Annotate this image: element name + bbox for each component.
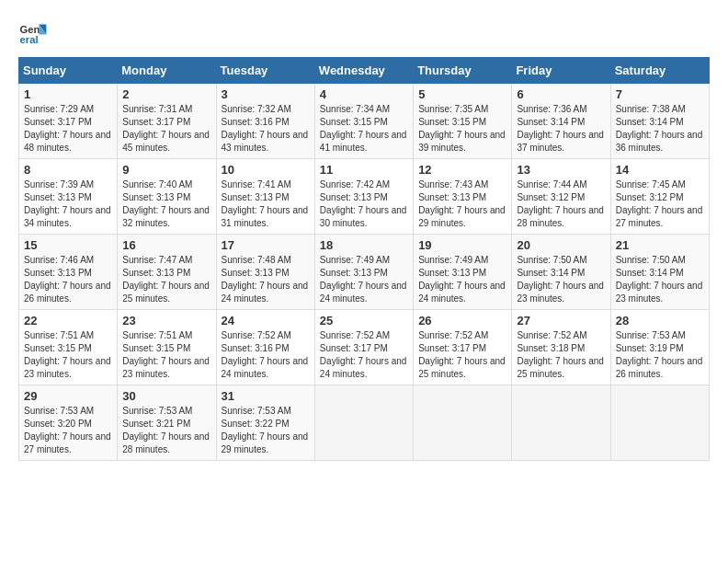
calendar-cell: 14 Sunrise: 7:45 AM Sunset: 3:12 PM Dayl… [610,159,709,235]
daylight: Daylight: 7 hours and 41 minutes. [320,129,408,155]
sunrise: Sunrise: 7:39 AM [24,178,112,191]
calendar-cell: 28 Sunrise: 7:53 AM Sunset: 3:19 PM Dayl… [610,310,709,385]
sunset: Sunset: 3:16 PM [222,116,310,129]
calendar-cell: 12 Sunrise: 7:43 AM Sunset: 3:13 PM Dayl… [414,159,512,235]
daylight: Daylight: 7 hours and 23 minutes. [24,355,112,381]
week-row-3: 15 Sunrise: 7:46 AM Sunset: 3:13 PM Dayl… [19,235,710,310]
sunset: Sunset: 3:17 PM [320,342,408,355]
day-info: Sunrise: 7:43 AM Sunset: 3:13 PM Dayligh… [418,178,506,230]
daylight: Daylight: 7 hours and 24 minutes. [320,280,408,305]
sunset: Sunset: 3:13 PM [418,267,506,280]
daylight: Daylight: 7 hours and 23 minutes. [517,280,605,305]
calendar-cell: 26 Sunrise: 7:52 AM Sunset: 3:17 PM Dayl… [414,310,512,385]
daylight: Daylight: 7 hours and 34 minutes. [24,204,112,230]
calendar-cell [512,385,610,461]
daylight: Daylight: 7 hours and 25 minutes. [418,355,506,381]
header-tuesday: Tuesday [216,58,314,84]
calendar-cell: 18 Sunrise: 7:49 AM Sunset: 3:13 PM Dayl… [314,235,413,310]
day-info: Sunrise: 7:49 AM Sunset: 3:13 PM Dayligh… [320,254,408,305]
day-info: Sunrise: 7:38 AM Sunset: 3:14 PM Dayligh… [616,103,704,155]
logo-icon: Gen eral [18,18,48,48]
calendar-cell: 25 Sunrise: 7:52 AM Sunset: 3:17 PM Dayl… [314,310,413,385]
daylight: Daylight: 7 hours and 23 minutes. [122,355,210,381]
sunset: Sunset: 3:13 PM [122,191,210,204]
day-info: Sunrise: 7:51 AM Sunset: 3:15 PM Dayligh… [122,329,210,381]
day-number: 24 [222,314,310,327]
day-number: 17 [222,238,310,252]
sunrise: Sunrise: 7:52 AM [418,329,506,342]
daylight: Daylight: 7 hours and 48 minutes. [24,129,112,155]
day-info: Sunrise: 7:48 AM Sunset: 3:13 PM Dayligh… [222,254,310,305]
calendar-table: SundayMondayTuesdayWednesdayThursdayFrid… [18,57,710,461]
sunrise: Sunrise: 7:36 AM [517,103,605,116]
sunset: Sunset: 3:15 PM [24,342,112,355]
calendar-cell: 27 Sunrise: 7:52 AM Sunset: 3:18 PM Dayl… [512,310,610,385]
calendar-cell: 16 Sunrise: 7:47 AM Sunset: 3:13 PM Dayl… [118,235,216,310]
day-number: 3 [222,87,310,101]
sunrise: Sunrise: 7:38 AM [616,103,704,116]
sunset: Sunset: 3:13 PM [122,267,210,280]
sunset: Sunset: 3:13 PM [320,267,408,280]
header-row: SundayMondayTuesdayWednesdayThursdayFrid… [19,58,710,84]
day-number: 27 [517,314,605,327]
sunset: Sunset: 3:17 PM [418,342,506,355]
week-row-1: 1 Sunrise: 7:29 AM Sunset: 3:17 PM Dayli… [19,84,710,159]
sunrise: Sunrise: 7:53 AM [122,405,210,418]
daylight: Daylight: 7 hours and 25 minutes. [122,280,210,305]
sunrise: Sunrise: 7:49 AM [418,254,506,267]
day-number: 2 [122,87,210,101]
daylight: Daylight: 7 hours and 30 minutes. [320,204,408,230]
page-header: Gen eral [18,18,710,48]
week-row-4: 22 Sunrise: 7:51 AM Sunset: 3:15 PM Dayl… [19,310,710,385]
calendar-cell: 15 Sunrise: 7:46 AM Sunset: 3:13 PM Dayl… [19,235,118,310]
day-number: 6 [517,87,605,101]
calendar-cell: 6 Sunrise: 7:36 AM Sunset: 3:14 PM Dayli… [512,84,610,159]
sunrise: Sunrise: 7:43 AM [418,178,506,191]
day-number: 1 [24,87,112,101]
day-number: 10 [222,163,310,177]
day-info: Sunrise: 7:32 AM Sunset: 3:16 PM Dayligh… [222,103,310,155]
daylight: Daylight: 7 hours and 45 minutes. [122,129,210,155]
calendar-cell: 22 Sunrise: 7:51 AM Sunset: 3:15 PM Dayl… [19,310,118,385]
sunset: Sunset: 3:13 PM [320,191,408,204]
day-info: Sunrise: 7:52 AM Sunset: 3:17 PM Dayligh… [320,329,408,381]
sunset: Sunset: 3:22 PM [222,418,310,431]
day-number: 16 [122,238,210,252]
sunrise: Sunrise: 7:53 AM [616,329,704,342]
sunrise: Sunrise: 7:34 AM [320,103,408,116]
sunrise: Sunrise: 7:46 AM [24,254,112,267]
daylight: Daylight: 7 hours and 36 minutes. [616,129,704,155]
daylight: Daylight: 7 hours and 24 minutes. [418,280,506,305]
day-number: 12 [418,163,506,177]
day-number: 9 [122,163,210,177]
calendar-cell: 13 Sunrise: 7:44 AM Sunset: 3:12 PM Dayl… [512,159,610,235]
daylight: Daylight: 7 hours and 43 minutes. [222,129,310,155]
daylight: Daylight: 7 hours and 28 minutes. [122,431,210,456]
sunset: Sunset: 3:21 PM [122,418,210,431]
daylight: Daylight: 7 hours and 23 minutes. [616,280,704,305]
daylight: Daylight: 7 hours and 24 minutes. [320,355,408,381]
daylight: Daylight: 7 hours and 29 minutes. [418,204,506,230]
svg-text:Gen: Gen [20,24,40,35]
sunrise: Sunrise: 7:29 AM [24,103,112,116]
sunset: Sunset: 3:14 PM [517,267,605,280]
sunset: Sunset: 3:14 PM [616,267,704,280]
day-info: Sunrise: 7:52 AM Sunset: 3:17 PM Dayligh… [418,329,506,381]
sunset: Sunset: 3:12 PM [616,191,704,204]
sunset: Sunset: 3:13 PM [24,267,112,280]
day-number: 15 [24,238,112,252]
logo: Gen eral [18,18,51,48]
day-info: Sunrise: 7:39 AM Sunset: 3:13 PM Dayligh… [24,178,112,230]
daylight: Daylight: 7 hours and 26 minutes. [616,355,704,381]
day-number: 5 [418,87,506,101]
day-number: 29 [24,389,112,403]
calendar-cell: 3 Sunrise: 7:32 AM Sunset: 3:16 PM Dayli… [216,84,314,159]
week-row-5: 29 Sunrise: 7:53 AM Sunset: 3:20 PM Dayl… [19,385,710,461]
week-row-2: 8 Sunrise: 7:39 AM Sunset: 3:13 PM Dayli… [19,159,710,235]
day-number: 11 [320,163,408,177]
day-info: Sunrise: 7:41 AM Sunset: 3:13 PM Dayligh… [222,178,310,230]
header-wednesday: Wednesday [314,58,413,84]
day-number: 7 [616,87,704,101]
sunrise: Sunrise: 7:53 AM [24,405,112,418]
day-number: 21 [616,238,704,252]
